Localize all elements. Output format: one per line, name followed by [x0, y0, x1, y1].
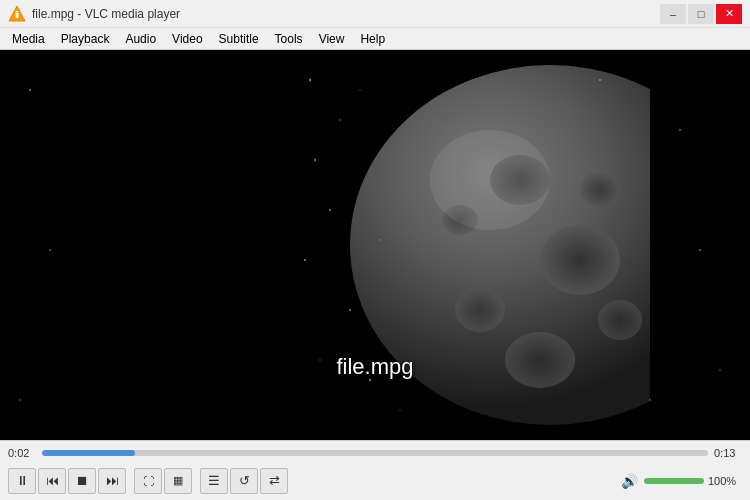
volume-bar-fill — [644, 478, 704, 484]
volume-container: 🔊 100% — [618, 470, 742, 492]
time-total: 0:13 — [714, 447, 742, 459]
video-filename-overlay: file.mpg — [336, 354, 413, 380]
seek-row: 0:02 0:13 — [8, 445, 742, 462]
svg-point-20 — [349, 309, 351, 311]
menu-audio[interactable]: Audio — [117, 30, 164, 48]
volume-bar[interactable] — [644, 478, 704, 484]
close-button[interactable]: ✕ — [716, 4, 742, 24]
svg-point-21 — [319, 359, 320, 360]
svg-point-18 — [304, 259, 306, 261]
svg-point-17 — [329, 209, 331, 211]
menu-view[interactable]: View — [311, 30, 353, 48]
random-button[interactable]: ⇄ — [260, 468, 288, 494]
menu-help[interactable]: Help — [352, 30, 393, 48]
window-controls: – □ ✕ — [660, 4, 742, 24]
svg-rect-1 — [16, 13, 19, 18]
window-title: file.mpg - VLC media player — [32, 7, 180, 21]
controls-bar: 0:02 0:13 ⏸ ⏮ ⏹ ⏭ ⛶ ▦ ☰ ↺ ⇄ 🔊 100% — [0, 440, 750, 500]
svg-point-23 — [399, 409, 401, 411]
menu-tools[interactable]: Tools — [267, 30, 311, 48]
svg-point-8 — [580, 172, 620, 208]
title-bar-left: file.mpg - VLC media player — [8, 5, 180, 23]
svg-point-7 — [455, 288, 505, 332]
menu-bar: Media Playback Audio Video Subtitle Tool… — [0, 28, 750, 50]
prev-button[interactable]: ⏮ — [38, 468, 66, 494]
stop-button[interactable]: ⏹ — [68, 468, 96, 494]
svg-point-16 — [359, 89, 360, 90]
volume-icon[interactable]: 🔊 — [618, 470, 640, 492]
menu-video[interactable]: Video — [164, 30, 210, 48]
video-area: file.mpg — [0, 50, 750, 440]
playlist-button[interactable]: ☰ — [200, 468, 228, 494]
svg-point-10 — [505, 332, 575, 388]
svg-point-6 — [540, 225, 620, 295]
pause-button[interactable]: ⏸ — [8, 468, 36, 494]
video-content — [0, 50, 750, 440]
next-button[interactable]: ⏭ — [98, 468, 126, 494]
vlc-logo-icon — [8, 5, 26, 23]
volume-percent: 100% — [708, 475, 742, 487]
menu-playback[interactable]: Playback — [53, 30, 118, 48]
seek-bar[interactable] — [42, 450, 708, 456]
svg-point-14 — [339, 119, 341, 121]
menu-subtitle[interactable]: Subtitle — [211, 30, 267, 48]
menu-media[interactable]: Media — [4, 30, 53, 48]
title-bar: file.mpg - VLC media player – □ ✕ — [0, 0, 750, 28]
svg-point-11 — [598, 300, 642, 340]
svg-point-15 — [314, 159, 316, 161]
svg-point-19 — [379, 239, 381, 241]
extended-button[interactable]: ▦ — [164, 468, 192, 494]
svg-rect-2 — [16, 11, 19, 13]
svg-point-12 — [430, 130, 550, 230]
seek-bar-fill — [42, 450, 135, 456]
minimize-button[interactable]: – — [660, 4, 686, 24]
time-current: 0:02 — [8, 447, 36, 459]
buttons-row: ⏸ ⏮ ⏹ ⏭ ⛶ ▦ ☰ ↺ ⇄ 🔊 100% — [8, 466, 742, 496]
loop-button[interactable]: ↺ — [230, 468, 258, 494]
maximize-button[interactable]: □ — [688, 4, 714, 24]
fullscreen-button[interactable]: ⛶ — [134, 468, 162, 494]
svg-point-13 — [309, 79, 311, 81]
